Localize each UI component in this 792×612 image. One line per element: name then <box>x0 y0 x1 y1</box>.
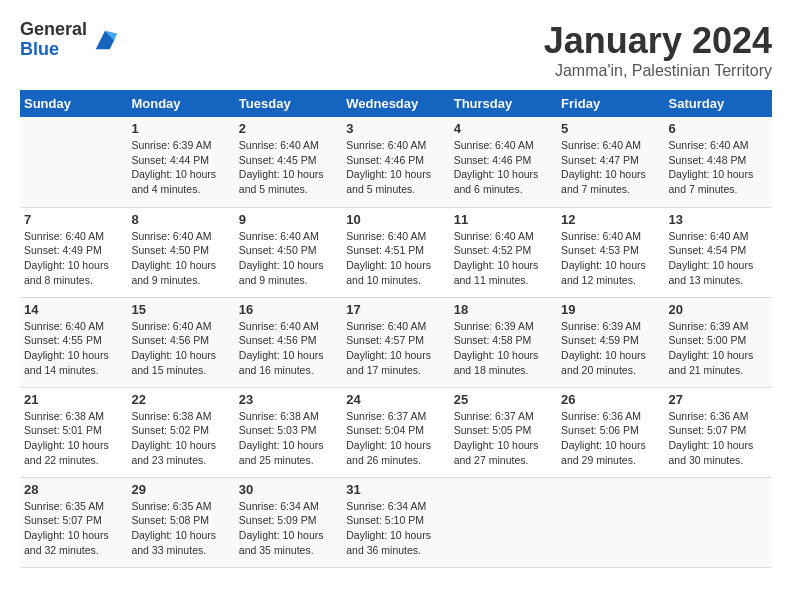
day-number: 3 <box>346 121 445 136</box>
calendar-cell: 25Sunrise: 6:37 AMSunset: 5:05 PMDayligh… <box>450 387 557 477</box>
day-detail: Sunrise: 6:38 AMSunset: 5:02 PMDaylight:… <box>131 409 230 468</box>
day-number: 6 <box>669 121 768 136</box>
day-detail: Sunrise: 6:40 AMSunset: 4:55 PMDaylight:… <box>24 319 123 378</box>
day-number: 17 <box>346 302 445 317</box>
calendar-cell: 9Sunrise: 6:40 AMSunset: 4:50 PMDaylight… <box>235 207 342 297</box>
day-number: 11 <box>454 212 553 227</box>
calendar-cell: 21Sunrise: 6:38 AMSunset: 5:01 PMDayligh… <box>20 387 127 477</box>
calendar-cell: 13Sunrise: 6:40 AMSunset: 4:54 PMDayligh… <box>665 207 772 297</box>
day-number: 31 <box>346 482 445 497</box>
day-detail: Sunrise: 6:40 AMSunset: 4:48 PMDaylight:… <box>669 138 768 197</box>
calendar-cell <box>450 477 557 567</box>
day-number: 25 <box>454 392 553 407</box>
calendar-cell: 1Sunrise: 6:39 AMSunset: 4:44 PMDaylight… <box>127 117 234 207</box>
week-row-4: 21Sunrise: 6:38 AMSunset: 5:01 PMDayligh… <box>20 387 772 477</box>
calendar-cell: 24Sunrise: 6:37 AMSunset: 5:04 PMDayligh… <box>342 387 449 477</box>
day-detail: Sunrise: 6:40 AMSunset: 4:45 PMDaylight:… <box>239 138 338 197</box>
day-number: 1 <box>131 121 230 136</box>
day-number: 29 <box>131 482 230 497</box>
day-detail: Sunrise: 6:35 AMSunset: 5:08 PMDaylight:… <box>131 499 230 558</box>
header-saturday: Saturday <box>665 90 772 117</box>
header-wednesday: Wednesday <box>342 90 449 117</box>
calendar-cell: 29Sunrise: 6:35 AMSunset: 5:08 PMDayligh… <box>127 477 234 567</box>
day-detail: Sunrise: 6:39 AMSunset: 4:59 PMDaylight:… <box>561 319 660 378</box>
day-detail: Sunrise: 6:40 AMSunset: 4:56 PMDaylight:… <box>131 319 230 378</box>
day-number: 24 <box>346 392 445 407</box>
calendar-cell: 7Sunrise: 6:40 AMSunset: 4:49 PMDaylight… <box>20 207 127 297</box>
day-number: 30 <box>239 482 338 497</box>
logo-general: General <box>20 20 87 40</box>
calendar-cell: 19Sunrise: 6:39 AMSunset: 4:59 PMDayligh… <box>557 297 664 387</box>
day-detail: Sunrise: 6:39 AMSunset: 4:44 PMDaylight:… <box>131 138 230 197</box>
day-number: 18 <box>454 302 553 317</box>
calendar-cell: 11Sunrise: 6:40 AMSunset: 4:52 PMDayligh… <box>450 207 557 297</box>
day-number: 13 <box>669 212 768 227</box>
calendar-cell: 6Sunrise: 6:40 AMSunset: 4:48 PMDaylight… <box>665 117 772 207</box>
calendar-cell: 17Sunrise: 6:40 AMSunset: 4:57 PMDayligh… <box>342 297 449 387</box>
day-detail: Sunrise: 6:40 AMSunset: 4:50 PMDaylight:… <box>239 229 338 288</box>
calendar-cell: 3Sunrise: 6:40 AMSunset: 4:46 PMDaylight… <box>342 117 449 207</box>
day-number: 7 <box>24 212 123 227</box>
day-detail: Sunrise: 6:40 AMSunset: 4:46 PMDaylight:… <box>454 138 553 197</box>
calendar-cell: 27Sunrise: 6:36 AMSunset: 5:07 PMDayligh… <box>665 387 772 477</box>
day-number: 19 <box>561 302 660 317</box>
day-detail: Sunrise: 6:34 AMSunset: 5:10 PMDaylight:… <box>346 499 445 558</box>
main-title: January 2024 <box>544 20 772 62</box>
calendar-cell: 12Sunrise: 6:40 AMSunset: 4:53 PMDayligh… <box>557 207 664 297</box>
calendar-cell: 15Sunrise: 6:40 AMSunset: 4:56 PMDayligh… <box>127 297 234 387</box>
calendar-cell: 20Sunrise: 6:39 AMSunset: 5:00 PMDayligh… <box>665 297 772 387</box>
calendar-cell <box>557 477 664 567</box>
day-number: 20 <box>669 302 768 317</box>
calendar-cell: 5Sunrise: 6:40 AMSunset: 4:47 PMDaylight… <box>557 117 664 207</box>
week-row-5: 28Sunrise: 6:35 AMSunset: 5:07 PMDayligh… <box>20 477 772 567</box>
day-number: 26 <box>561 392 660 407</box>
day-number: 21 <box>24 392 123 407</box>
header-thursday: Thursday <box>450 90 557 117</box>
day-number: 9 <box>239 212 338 227</box>
day-detail: Sunrise: 6:38 AMSunset: 5:03 PMDaylight:… <box>239 409 338 468</box>
day-detail: Sunrise: 6:40 AMSunset: 4:57 PMDaylight:… <box>346 319 445 378</box>
week-row-3: 14Sunrise: 6:40 AMSunset: 4:55 PMDayligh… <box>20 297 772 387</box>
day-detail: Sunrise: 6:40 AMSunset: 4:53 PMDaylight:… <box>561 229 660 288</box>
day-detail: Sunrise: 6:40 AMSunset: 4:50 PMDaylight:… <box>131 229 230 288</box>
header-tuesday: Tuesday <box>235 90 342 117</box>
header-monday: Monday <box>127 90 234 117</box>
day-detail: Sunrise: 6:37 AMSunset: 5:05 PMDaylight:… <box>454 409 553 468</box>
logo-icon <box>91 26 119 54</box>
day-detail: Sunrise: 6:36 AMSunset: 5:07 PMDaylight:… <box>669 409 768 468</box>
calendar-cell: 31Sunrise: 6:34 AMSunset: 5:10 PMDayligh… <box>342 477 449 567</box>
day-detail: Sunrise: 6:40 AMSunset: 4:54 PMDaylight:… <box>669 229 768 288</box>
calendar-cell: 30Sunrise: 6:34 AMSunset: 5:09 PMDayligh… <box>235 477 342 567</box>
logo: General Blue <box>20 20 119 60</box>
day-detail: Sunrise: 6:40 AMSunset: 4:52 PMDaylight:… <box>454 229 553 288</box>
day-detail: Sunrise: 6:34 AMSunset: 5:09 PMDaylight:… <box>239 499 338 558</box>
calendar-cell: 14Sunrise: 6:40 AMSunset: 4:55 PMDayligh… <box>20 297 127 387</box>
header-row: SundayMondayTuesdayWednesdayThursdayFrid… <box>20 90 772 117</box>
page-header: General Blue January 2024 Jamma'in, Pale… <box>20 20 772 80</box>
header-friday: Friday <box>557 90 664 117</box>
day-detail: Sunrise: 6:35 AMSunset: 5:07 PMDaylight:… <box>24 499 123 558</box>
calendar-cell: 23Sunrise: 6:38 AMSunset: 5:03 PMDayligh… <box>235 387 342 477</box>
day-detail: Sunrise: 6:39 AMSunset: 5:00 PMDaylight:… <box>669 319 768 378</box>
day-number: 27 <box>669 392 768 407</box>
calendar-cell <box>665 477 772 567</box>
calendar-cell: 16Sunrise: 6:40 AMSunset: 4:56 PMDayligh… <box>235 297 342 387</box>
calendar-cell: 10Sunrise: 6:40 AMSunset: 4:51 PMDayligh… <box>342 207 449 297</box>
day-detail: Sunrise: 6:40 AMSunset: 4:51 PMDaylight:… <box>346 229 445 288</box>
day-detail: Sunrise: 6:40 AMSunset: 4:49 PMDaylight:… <box>24 229 123 288</box>
subtitle: Jamma'in, Palestinian Territory <box>544 62 772 80</box>
day-number: 2 <box>239 121 338 136</box>
calendar-cell: 28Sunrise: 6:35 AMSunset: 5:07 PMDayligh… <box>20 477 127 567</box>
day-number: 23 <box>239 392 338 407</box>
calendar-cell: 22Sunrise: 6:38 AMSunset: 5:02 PMDayligh… <box>127 387 234 477</box>
day-number: 10 <box>346 212 445 227</box>
calendar-table: SundayMondayTuesdayWednesdayThursdayFrid… <box>20 90 772 568</box>
day-detail: Sunrise: 6:40 AMSunset: 4:46 PMDaylight:… <box>346 138 445 197</box>
day-detail: Sunrise: 6:38 AMSunset: 5:01 PMDaylight:… <box>24 409 123 468</box>
day-number: 22 <box>131 392 230 407</box>
calendar-cell <box>20 117 127 207</box>
calendar-cell: 4Sunrise: 6:40 AMSunset: 4:46 PMDaylight… <box>450 117 557 207</box>
day-number: 16 <box>239 302 338 317</box>
day-number: 5 <box>561 121 660 136</box>
day-number: 14 <box>24 302 123 317</box>
